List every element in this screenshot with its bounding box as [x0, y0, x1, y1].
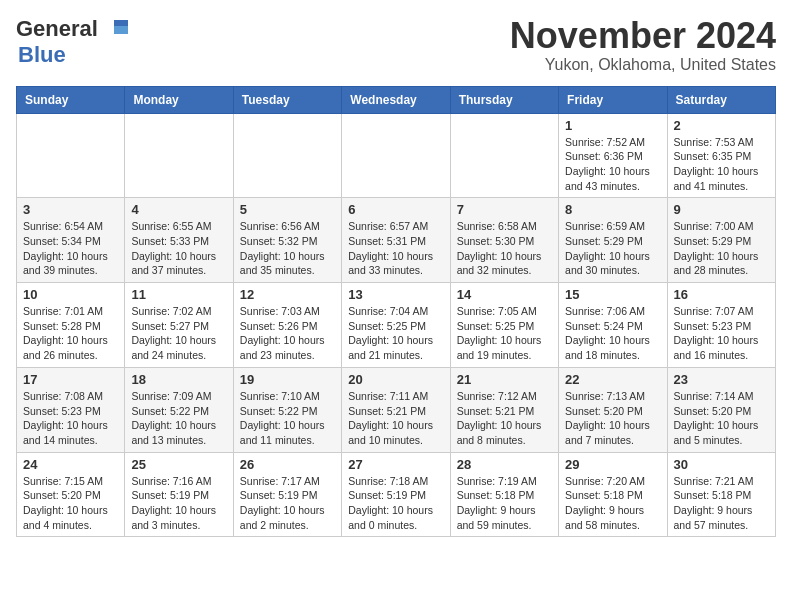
day-number: 27 [348, 457, 443, 472]
logo-blue-row: Blue [16, 42, 66, 68]
calendar-cell: 27Sunrise: 7:18 AM Sunset: 5:19 PM Dayli… [342, 452, 450, 537]
cell-detail: Sunrise: 7:06 AM Sunset: 5:24 PM Dayligh… [565, 304, 660, 363]
cell-detail: Sunrise: 7:18 AM Sunset: 5:19 PM Dayligh… [348, 474, 443, 533]
cell-detail: Sunrise: 6:57 AM Sunset: 5:31 PM Dayligh… [348, 219, 443, 278]
day-number: 12 [240, 287, 335, 302]
day-number: 19 [240, 372, 335, 387]
calendar-cell: 3Sunrise: 6:54 AM Sunset: 5:34 PM Daylig… [17, 198, 125, 283]
calendar-cell: 29Sunrise: 7:20 AM Sunset: 5:18 PM Dayli… [559, 452, 667, 537]
calendar-cell: 1Sunrise: 7:52 AM Sunset: 6:36 PM Daylig… [559, 113, 667, 198]
logo-flag-icon [100, 20, 128, 40]
day-number: 18 [131, 372, 226, 387]
header-wednesday: Wednesday [342, 86, 450, 113]
day-number: 13 [348, 287, 443, 302]
day-number: 6 [348, 202, 443, 217]
calendar-cell: 30Sunrise: 7:21 AM Sunset: 5:18 PM Dayli… [667, 452, 775, 537]
calendar-cell: 10Sunrise: 7:01 AM Sunset: 5:28 PM Dayli… [17, 283, 125, 368]
header-monday: Monday [125, 86, 233, 113]
title-section: November 2024 Yukon, Oklahoma, United St… [510, 16, 776, 74]
calendar-cell: 21Sunrise: 7:12 AM Sunset: 5:21 PM Dayli… [450, 367, 558, 452]
cell-detail: Sunrise: 7:09 AM Sunset: 5:22 PM Dayligh… [131, 389, 226, 448]
calendar-cell: 6Sunrise: 6:57 AM Sunset: 5:31 PM Daylig… [342, 198, 450, 283]
week-row-1: 1Sunrise: 7:52 AM Sunset: 6:36 PM Daylig… [17, 113, 776, 198]
calendar-cell: 24Sunrise: 7:15 AM Sunset: 5:20 PM Dayli… [17, 452, 125, 537]
day-number: 22 [565, 372, 660, 387]
calendar-cell: 28Sunrise: 7:19 AM Sunset: 5:18 PM Dayli… [450, 452, 558, 537]
calendar-cell [233, 113, 341, 198]
day-number: 10 [23, 287, 118, 302]
calendar-table: Sunday Monday Tuesday Wednesday Thursday… [16, 86, 776, 538]
header-sunday: Sunday [17, 86, 125, 113]
logo-text: General [16, 16, 130, 42]
cell-detail: Sunrise: 7:02 AM Sunset: 5:27 PM Dayligh… [131, 304, 226, 363]
calendar-cell [17, 113, 125, 198]
month-title: November 2024 [510, 16, 776, 56]
cell-detail: Sunrise: 7:12 AM Sunset: 5:21 PM Dayligh… [457, 389, 552, 448]
calendar-cell: 11Sunrise: 7:02 AM Sunset: 5:27 PM Dayli… [125, 283, 233, 368]
calendar-cell: 20Sunrise: 7:11 AM Sunset: 5:21 PM Dayli… [342, 367, 450, 452]
cell-detail: Sunrise: 7:03 AM Sunset: 5:26 PM Dayligh… [240, 304, 335, 363]
calendar-cell: 22Sunrise: 7:13 AM Sunset: 5:20 PM Dayli… [559, 367, 667, 452]
cell-detail: Sunrise: 7:52 AM Sunset: 6:36 PM Dayligh… [565, 135, 660, 194]
calendar-cell: 13Sunrise: 7:04 AM Sunset: 5:25 PM Dayli… [342, 283, 450, 368]
cell-detail: Sunrise: 6:59 AM Sunset: 5:29 PM Dayligh… [565, 219, 660, 278]
day-number: 29 [565, 457, 660, 472]
day-number: 4 [131, 202, 226, 217]
day-number: 25 [131, 457, 226, 472]
cell-detail: Sunrise: 6:56 AM Sunset: 5:32 PM Dayligh… [240, 219, 335, 278]
calendar-cell: 25Sunrise: 7:16 AM Sunset: 5:19 PM Dayli… [125, 452, 233, 537]
cell-detail: Sunrise: 7:05 AM Sunset: 5:25 PM Dayligh… [457, 304, 552, 363]
logo-blue: Blue [18, 42, 66, 67]
header-thursday: Thursday [450, 86, 558, 113]
calendar-cell: 9Sunrise: 7:00 AM Sunset: 5:29 PM Daylig… [667, 198, 775, 283]
calendar-cell: 5Sunrise: 6:56 AM Sunset: 5:32 PM Daylig… [233, 198, 341, 283]
day-number: 9 [674, 202, 769, 217]
calendar-cell: 7Sunrise: 6:58 AM Sunset: 5:30 PM Daylig… [450, 198, 558, 283]
day-number: 11 [131, 287, 226, 302]
calendar-cell: 15Sunrise: 7:06 AM Sunset: 5:24 PM Dayli… [559, 283, 667, 368]
cell-detail: Sunrise: 7:17 AM Sunset: 5:19 PM Dayligh… [240, 474, 335, 533]
calendar-cell: 26Sunrise: 7:17 AM Sunset: 5:19 PM Dayli… [233, 452, 341, 537]
calendar-cell: 4Sunrise: 6:55 AM Sunset: 5:33 PM Daylig… [125, 198, 233, 283]
day-number: 5 [240, 202, 335, 217]
cell-detail: Sunrise: 7:08 AM Sunset: 5:23 PM Dayligh… [23, 389, 118, 448]
cell-detail: Sunrise: 7:15 AM Sunset: 5:20 PM Dayligh… [23, 474, 118, 533]
day-number: 30 [674, 457, 769, 472]
day-number: 20 [348, 372, 443, 387]
cell-detail: Sunrise: 7:14 AM Sunset: 5:20 PM Dayligh… [674, 389, 769, 448]
day-number: 8 [565, 202, 660, 217]
header-friday: Friday [559, 86, 667, 113]
weekday-header-row: Sunday Monday Tuesday Wednesday Thursday… [17, 86, 776, 113]
day-number: 28 [457, 457, 552, 472]
day-number: 21 [457, 372, 552, 387]
cell-detail: Sunrise: 6:55 AM Sunset: 5:33 PM Dayligh… [131, 219, 226, 278]
cell-detail: Sunrise: 7:00 AM Sunset: 5:29 PM Dayligh… [674, 219, 769, 278]
cell-detail: Sunrise: 7:11 AM Sunset: 5:21 PM Dayligh… [348, 389, 443, 448]
cell-detail: Sunrise: 7:16 AM Sunset: 5:19 PM Dayligh… [131, 474, 226, 533]
day-number: 3 [23, 202, 118, 217]
calendar-cell: 2Sunrise: 7:53 AM Sunset: 6:35 PM Daylig… [667, 113, 775, 198]
cell-detail: Sunrise: 7:07 AM Sunset: 5:23 PM Dayligh… [674, 304, 769, 363]
day-number: 2 [674, 118, 769, 133]
svg-marker-1 [114, 26, 128, 34]
day-number: 7 [457, 202, 552, 217]
page-header: General Blue November 2024 Yukon, Oklaho… [16, 16, 776, 74]
day-number: 15 [565, 287, 660, 302]
week-row-4: 17Sunrise: 7:08 AM Sunset: 5:23 PM Dayli… [17, 367, 776, 452]
day-number: 1 [565, 118, 660, 133]
week-row-5: 24Sunrise: 7:15 AM Sunset: 5:20 PM Dayli… [17, 452, 776, 537]
calendar-cell: 23Sunrise: 7:14 AM Sunset: 5:20 PM Dayli… [667, 367, 775, 452]
location-title: Yukon, Oklahoma, United States [510, 56, 776, 74]
cell-detail: Sunrise: 7:04 AM Sunset: 5:25 PM Dayligh… [348, 304, 443, 363]
week-row-2: 3Sunrise: 6:54 AM Sunset: 5:34 PM Daylig… [17, 198, 776, 283]
cell-detail: Sunrise: 7:10 AM Sunset: 5:22 PM Dayligh… [240, 389, 335, 448]
calendar-cell: 8Sunrise: 6:59 AM Sunset: 5:29 PM Daylig… [559, 198, 667, 283]
day-number: 17 [23, 372, 118, 387]
calendar-cell: 18Sunrise: 7:09 AM Sunset: 5:22 PM Dayli… [125, 367, 233, 452]
week-row-3: 10Sunrise: 7:01 AM Sunset: 5:28 PM Dayli… [17, 283, 776, 368]
cell-detail: Sunrise: 6:58 AM Sunset: 5:30 PM Dayligh… [457, 219, 552, 278]
cell-detail: Sunrise: 7:13 AM Sunset: 5:20 PM Dayligh… [565, 389, 660, 448]
calendar-cell: 16Sunrise: 7:07 AM Sunset: 5:23 PM Dayli… [667, 283, 775, 368]
calendar-cell: 19Sunrise: 7:10 AM Sunset: 5:22 PM Dayli… [233, 367, 341, 452]
day-number: 23 [674, 372, 769, 387]
